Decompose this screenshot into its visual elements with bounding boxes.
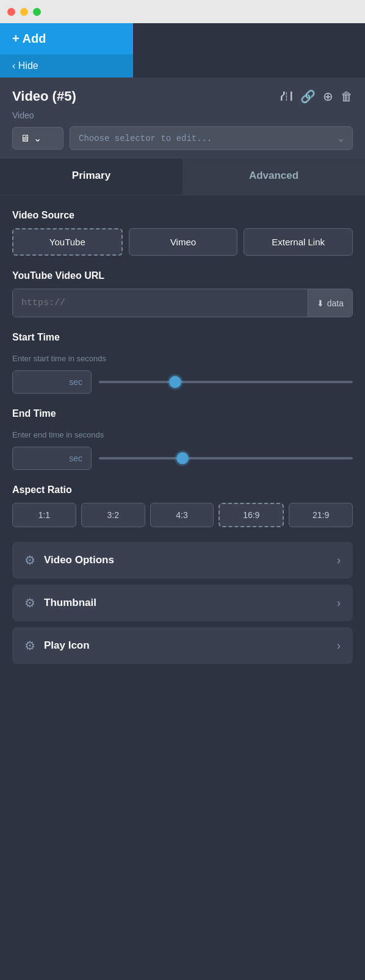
device-dropdown-arrow: ⌄ [34,132,42,144]
url-data-button[interactable]: ⬇ data [308,289,352,317]
start-time-slider-fill [99,381,175,383]
title-bar [0,0,365,23]
video-options-section[interactable]: ⚙ Video Options › [12,542,353,578]
play-icon-label: Play Icon [44,640,328,652]
start-time-section: Start Time Enter start time in seconds s… [12,332,353,394]
end-time-slider-thumb[interactable] [176,452,189,464]
header-icons: ⛙ 🔗 ⊕ 🗑 [281,89,353,104]
start-time-label: Start Time [12,332,353,343]
start-time-slider-thumb[interactable] [169,376,181,388]
source-vimeo-button[interactable]: Vimeo [129,228,238,256]
tab-advanced[interactable]: Advanced [182,159,365,195]
selector-dropdown[interactable]: Choose selector to edit... ⌄ [70,126,353,150]
start-time-input[interactable]: sec [12,370,92,394]
play-icon-settings-icon: ⚙ [24,638,35,653]
traffic-light-green[interactable] [33,8,41,16]
header-top: Video (#5) ⛙ 🔗 ⊕ 🗑 [12,88,353,104]
header-subtitle: Video [12,110,353,120]
video-source-label: Video Source [12,210,353,221]
aspect-4-3-button[interactable]: 4:3 [150,503,214,527]
end-time-row: sec [12,447,353,470]
thumbnail-icon: ⚙ [24,596,35,610]
aspect-ratio-label: Aspect Ratio [12,485,353,495]
device-icon: 🖥 [20,133,30,144]
video-source-section: Video Source YouTube Vimeo External Link [12,210,353,256]
start-time-slider-track[interactable] [99,381,353,383]
end-time-input[interactable]: sec [12,447,92,470]
traffic-light-red[interactable] [7,8,15,16]
thumbnail-label: Thumbnail [44,597,328,609]
tabs: Primary Advanced [0,159,365,195]
source-youtube-button[interactable]: YouTube [12,228,123,256]
thumbnail-section[interactable]: ⚙ Thumbnail › [12,585,353,621]
tab-primary[interactable]: Primary [0,159,182,195]
play-icon-section[interactable]: ⚙ Play Icon › [12,627,353,664]
traffic-light-yellow[interactable] [20,8,28,16]
end-time-slider-track[interactable] [99,457,353,459]
video-options-label: Video Options [44,554,328,566]
aspect-16-9-button[interactable]: 16:9 [219,503,284,527]
video-options-icon: ⚙ [24,553,35,567]
start-time-hint: Enter start time in seconds [12,354,353,363]
url-input-row: ⬇ data [12,289,353,317]
aspect-buttons: 1:1 3:2 4:3 16:9 21:9 [12,503,353,527]
link-icon[interactable]: 🔗 [300,89,316,104]
source-external-button[interactable]: External Link [244,228,353,256]
end-time-slider-fill [99,457,182,459]
thumbnail-chevron: › [337,597,341,610]
end-time-hint: Enter end time in seconds [12,430,353,439]
device-selector[interactable]: 🖥 ⌄ [12,127,63,150]
copy-add-icon[interactable]: ⊕ [323,89,333,104]
header-area: Video (#5) ⛙ 🔗 ⊕ 🗑 Video 🖥 ⌄ Choose sele… [0,77,365,159]
top-buttons: + Add ‹ Hide [0,23,133,77]
aspect-3-2-button[interactable]: 3:2 [81,503,145,527]
aspect-21-9-button[interactable]: 21:9 [289,503,353,527]
end-time-section: End Time Enter end time in seconds sec [12,408,353,470]
hide-button[interactable]: ‹ Hide [0,54,133,77]
top-button-area: + Add ‹ Hide [0,23,365,77]
selector-arrow: ⌄ [339,133,344,143]
trash-icon[interactable]: 🗑 [341,90,353,104]
video-options-chevron: › [337,554,341,567]
add-button[interactable]: + Add [0,23,133,54]
start-time-row: sec [12,370,353,394]
url-input[interactable] [13,289,308,317]
page-title: Video (#5) [12,88,76,104]
selector-row: 🖥 ⌄ Choose selector to edit... ⌄ [12,126,353,150]
selector-placeholder: Choose selector to edit... [79,134,212,143]
data-icon: ⬇ [317,298,324,308]
url-label: YouTube Video URL [12,270,353,281]
aspect-1-1-button[interactable]: 1:1 [12,503,76,527]
url-section: YouTube Video URL ⬇ data [12,270,353,317]
expandable-sections: ⚙ Video Options › ⚙ Thumbnail › ⚙ Play I… [12,542,353,664]
end-time-label: End Time [12,408,353,419]
source-buttons: YouTube Vimeo External Link [12,228,353,256]
play-icon-chevron: › [337,640,341,652]
aspect-ratio-section: Aspect Ratio 1:1 3:2 4:3 16:9 21:9 [12,485,353,527]
main-content: Video Source YouTube Vimeo External Link… [0,195,365,679]
network-icon[interactable]: ⛙ [281,90,293,104]
